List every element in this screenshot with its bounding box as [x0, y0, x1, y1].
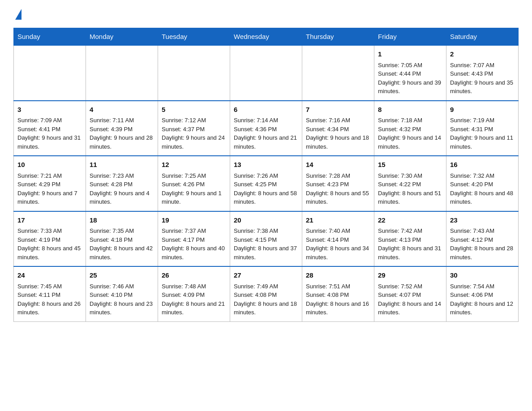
calendar-week-row: 10Sunrise: 7:21 AMSunset: 4:29 PMDayligh… — [14, 156, 519, 211]
day-number: 14 — [306, 160, 370, 170]
calendar-cell: 26Sunrise: 7:48 AMSunset: 4:09 PMDayligh… — [158, 266, 230, 321]
day-number: 19 — [162, 215, 226, 226]
day-info: Sunrise: 7:21 AMSunset: 4:29 PMDaylight:… — [17, 172, 77, 206]
day-number: 3 — [17, 105, 82, 115]
day-info: Sunrise: 7:07 AMSunset: 4:43 PMDaylight:… — [450, 62, 513, 95]
calendar-table: SundayMondayTuesdayWednesdayThursdayFrid… — [13, 28, 519, 322]
calendar-cell: 27Sunrise: 7:49 AMSunset: 4:08 PMDayligh… — [230, 266, 302, 321]
day-info: Sunrise: 7:49 AMSunset: 4:08 PMDaylight:… — [234, 283, 297, 316]
day-info: Sunrise: 7:54 AMSunset: 4:06 PMDaylight:… — [450, 283, 513, 316]
day-number: 22 — [378, 215, 442, 226]
day-info: Sunrise: 7:25 AMSunset: 4:26 PMDaylight:… — [162, 172, 222, 206]
calendar-cell: 7Sunrise: 7:16 AMSunset: 4:34 PMDaylight… — [302, 101, 374, 156]
day-number: 21 — [306, 215, 370, 226]
day-of-week-header: Saturday — [446, 28, 519, 46]
calendar-week-row: 17Sunrise: 7:33 AMSunset: 4:19 PMDayligh… — [14, 211, 519, 267]
calendar-cell: 21Sunrise: 7:40 AMSunset: 4:14 PMDayligh… — [302, 211, 374, 267]
calendar-cell — [302, 45, 374, 101]
day-info: Sunrise: 7:28 AMSunset: 4:23 PMDaylight:… — [306, 172, 369, 206]
day-info: Sunrise: 7:19 AMSunset: 4:31 PMDaylight:… — [450, 117, 513, 150]
day-number: 28 — [306, 270, 370, 281]
day-number: 17 — [17, 215, 82, 226]
calendar-cell: 25Sunrise: 7:46 AMSunset: 4:10 PMDayligh… — [86, 266, 158, 321]
calendar-week-row: 24Sunrise: 7:45 AMSunset: 4:11 PMDayligh… — [14, 266, 519, 321]
calendar-cell — [158, 45, 230, 101]
day-info: Sunrise: 7:40 AMSunset: 4:14 PMDaylight:… — [306, 227, 369, 261]
calendar-cell: 16Sunrise: 7:32 AMSunset: 4:20 PMDayligh… — [446, 156, 519, 211]
day-number: 4 — [90, 105, 154, 115]
day-info: Sunrise: 7:33 AMSunset: 4:19 PMDaylight:… — [17, 227, 81, 261]
calendar-cell: 14Sunrise: 7:28 AMSunset: 4:23 PMDayligh… — [302, 156, 374, 211]
logo-triangle-icon — [15, 9, 21, 20]
calendar-cell — [14, 45, 86, 101]
day-of-week-header: Monday — [86, 28, 158, 46]
day-of-week-header: Tuesday — [158, 28, 230, 46]
calendar-cell: 19Sunrise: 7:37 AMSunset: 4:17 PMDayligh… — [158, 211, 230, 267]
day-number: 13 — [234, 160, 298, 170]
calendar-cell: 12Sunrise: 7:25 AMSunset: 4:26 PMDayligh… — [158, 156, 230, 211]
day-number: 8 — [378, 105, 442, 115]
day-info: Sunrise: 7:43 AMSunset: 4:12 PMDaylight:… — [450, 227, 513, 261]
day-number: 16 — [450, 160, 515, 170]
day-info: Sunrise: 7:12 AMSunset: 4:37 PMDaylight:… — [162, 117, 225, 150]
day-info: Sunrise: 7:37 AMSunset: 4:17 PMDaylight:… — [162, 227, 225, 261]
day-info: Sunrise: 7:32 AMSunset: 4:20 PMDaylight:… — [450, 172, 513, 206]
calendar-cell: 28Sunrise: 7:51 AMSunset: 4:08 PMDayligh… — [302, 266, 374, 321]
calendar-week-row: 3Sunrise: 7:09 AMSunset: 4:41 PMDaylight… — [14, 101, 519, 156]
calendar-header-row: SundayMondayTuesdayWednesdayThursdayFrid… — [14, 28, 519, 46]
day-number: 11 — [90, 160, 154, 170]
day-number: 23 — [450, 215, 515, 226]
calendar-cell: 10Sunrise: 7:21 AMSunset: 4:29 PMDayligh… — [14, 156, 86, 211]
day-info: Sunrise: 7:23 AMSunset: 4:28 PMDaylight:… — [90, 172, 150, 206]
day-info: Sunrise: 7:45 AMSunset: 4:11 PMDaylight:… — [17, 283, 81, 316]
day-number: 5 — [162, 105, 226, 115]
day-number: 20 — [234, 215, 298, 226]
day-info: Sunrise: 7:38 AMSunset: 4:15 PMDaylight:… — [234, 227, 297, 261]
calendar-cell: 20Sunrise: 7:38 AMSunset: 4:15 PMDayligh… — [230, 211, 302, 267]
calendar-week-row: 1Sunrise: 7:05 AMSunset: 4:44 PMDaylight… — [14, 45, 519, 101]
calendar-cell: 17Sunrise: 7:33 AMSunset: 4:19 PMDayligh… — [14, 211, 86, 267]
day-of-week-header: Thursday — [302, 28, 374, 46]
day-number: 12 — [162, 160, 226, 170]
day-number: 24 — [17, 270, 82, 281]
calendar-cell — [86, 45, 158, 101]
day-number: 25 — [90, 270, 154, 281]
calendar-cell: 2Sunrise: 7:07 AMSunset: 4:43 PMDaylight… — [446, 45, 519, 101]
day-info: Sunrise: 7:48 AMSunset: 4:09 PMDaylight:… — [162, 283, 225, 316]
calendar-cell: 4Sunrise: 7:11 AMSunset: 4:39 PMDaylight… — [86, 101, 158, 156]
day-info: Sunrise: 7:30 AMSunset: 4:22 PMDaylight:… — [378, 172, 441, 206]
calendar-cell: 30Sunrise: 7:54 AMSunset: 4:06 PMDayligh… — [446, 266, 519, 321]
calendar-cell: 8Sunrise: 7:18 AMSunset: 4:32 PMDaylight… — [374, 101, 446, 156]
day-number: 1 — [378, 49, 442, 60]
day-number: 7 — [306, 105, 370, 115]
calendar-cell: 11Sunrise: 7:23 AMSunset: 4:28 PMDayligh… — [86, 156, 158, 211]
calendar-cell: 18Sunrise: 7:35 AMSunset: 4:18 PMDayligh… — [86, 211, 158, 267]
calendar-cell: 6Sunrise: 7:14 AMSunset: 4:36 PMDaylight… — [230, 101, 302, 156]
day-number: 15 — [378, 160, 442, 170]
day-of-week-header: Friday — [374, 28, 446, 46]
calendar-cell: 23Sunrise: 7:43 AMSunset: 4:12 PMDayligh… — [446, 211, 519, 267]
calendar-cell: 29Sunrise: 7:52 AMSunset: 4:07 PMDayligh… — [374, 266, 446, 321]
day-info: Sunrise: 7:35 AMSunset: 4:18 PMDaylight:… — [90, 227, 153, 261]
day-info: Sunrise: 7:46 AMSunset: 4:10 PMDaylight:… — [90, 283, 153, 316]
day-number: 30 — [450, 270, 515, 281]
calendar-cell: 9Sunrise: 7:19 AMSunset: 4:31 PMDaylight… — [446, 101, 519, 156]
day-number: 9 — [450, 105, 515, 115]
day-info: Sunrise: 7:26 AMSunset: 4:25 PMDaylight:… — [234, 172, 297, 206]
day-of-week-header: Wednesday — [230, 28, 302, 46]
day-number: 6 — [234, 105, 298, 115]
day-number: 26 — [162, 270, 226, 281]
day-info: Sunrise: 7:51 AMSunset: 4:08 PMDaylight:… — [306, 283, 369, 316]
calendar-cell: 22Sunrise: 7:42 AMSunset: 4:13 PMDayligh… — [374, 211, 446, 267]
day-info: Sunrise: 7:11 AMSunset: 4:39 PMDaylight:… — [90, 117, 153, 150]
day-info: Sunrise: 7:09 AMSunset: 4:41 PMDaylight:… — [17, 117, 81, 150]
day-number: 29 — [378, 270, 442, 281]
calendar-cell: 5Sunrise: 7:12 AMSunset: 4:37 PMDaylight… — [158, 101, 230, 156]
day-number: 2 — [450, 49, 515, 60]
day-info: Sunrise: 7:05 AMSunset: 4:44 PMDaylight:… — [378, 62, 441, 95]
calendar-cell: 1Sunrise: 7:05 AMSunset: 4:44 PMDaylight… — [374, 45, 446, 101]
day-number: 10 — [17, 160, 82, 170]
calendar-cell: 15Sunrise: 7:30 AMSunset: 4:22 PMDayligh… — [374, 156, 446, 211]
day-of-week-header: Sunday — [14, 28, 86, 46]
calendar-cell: 24Sunrise: 7:45 AMSunset: 4:11 PMDayligh… — [14, 266, 86, 321]
